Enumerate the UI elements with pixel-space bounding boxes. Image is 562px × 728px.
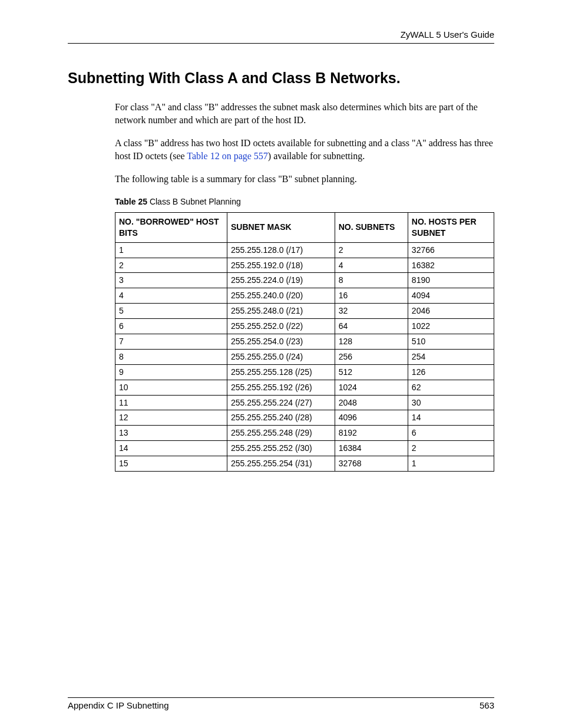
th-mask: SUBNET MASK [227,212,335,242]
cell-hosts: 1022 [408,319,494,334]
cell-mask: 255.255.255.254 (/31) [227,456,335,472]
table-row: 2255.255.192.0 (/18)416382 [115,258,494,273]
cell-hosts: 126 [408,364,494,380]
cell-subnets: 512 [335,364,408,380]
cell-bits: 11 [115,395,227,410]
bottom-rule [68,697,494,698]
table-row: 5255.255.248.0 (/21)322046 [115,304,494,319]
cell-mask: 255.255.255.252 (/30) [227,441,335,456]
cell-hosts: 2 [408,441,494,456]
cell-mask: 255.255.255.0 (/24) [227,349,335,364]
cell-subnets: 4 [335,258,408,273]
cell-mask: 255.255.224.0 (/19) [227,273,335,288]
cell-subnets: 2048 [335,395,408,410]
cell-subnets: 16 [335,288,408,304]
table-caption-text: Class B Subnet Planning [147,197,241,206]
cell-subnets: 1024 [335,380,408,395]
cross-reference-link[interactable]: Table 12 on page 557 [187,151,268,161]
cell-mask: 255.255.128.0 (/17) [227,242,335,258]
cell-bits: 4 [115,288,227,304]
top-rule [68,43,494,44]
cell-hosts: 1 [408,456,494,472]
table-row: 8255.255.255.0 (/24)256254 [115,349,494,364]
section-title: Subnetting With Class A and Class B Netw… [68,70,494,87]
paragraph-1: For class "A" and class "B" addresses th… [115,101,494,126]
table-header-row: NO. "BORROWED" HOST BITS SUBNET MASK NO.… [115,212,494,242]
cell-subnets: 32768 [335,456,408,472]
footer-area: Appendix C IP Subnetting 563 [68,697,494,710]
table-row: 1255.255.128.0 (/17)232766 [115,242,494,258]
cell-bits: 3 [115,273,227,288]
table-caption-label: Table 25 [115,197,147,206]
table-row: 3255.255.224.0 (/19)88190 [115,273,494,288]
cell-bits: 6 [115,319,227,334]
cell-mask: 255.255.255.248 (/29) [227,426,335,441]
table-row: 7255.255.254.0 (/23)128510 [115,334,494,349]
cell-subnets: 16384 [335,441,408,456]
header-area: ZyWALL 5 User's Guide [68,29,494,48]
cell-bits: 2 [115,258,227,273]
cell-mask: 255.255.255.128 (/25) [227,364,335,380]
cell-subnets: 256 [335,349,408,364]
cell-mask: 255.255.240.0 (/20) [227,288,335,304]
cell-subnets: 4096 [335,410,408,426]
cell-subnets: 2 [335,242,408,258]
cell-bits: 14 [115,441,227,456]
subnet-table: NO. "BORROWED" HOST BITS SUBNET MASK NO.… [115,212,494,472]
cell-hosts: 62 [408,380,494,395]
paragraph-2: A class "B" address has two host ID octe… [115,137,494,162]
table-caption: Table 25 Class B Subnet Planning [115,196,494,207]
footer-page-number: 563 [480,700,494,710]
paragraph-3: The following table is a summary for cla… [115,173,494,186]
cell-bits: 7 [115,334,227,349]
doc-guide-title: ZyWALL 5 User's Guide [68,29,494,39]
cell-hosts: 30 [408,395,494,410]
cell-bits: 1 [115,242,227,258]
table-row: 11255.255.255.224 (/27)204830 [115,395,494,410]
table-row: 13255.255.255.248 (/29)81926 [115,426,494,441]
cell-bits: 13 [115,426,227,441]
cell-hosts: 2046 [408,304,494,319]
cell-hosts: 32766 [408,242,494,258]
table-row: 14255.255.255.252 (/30)163842 [115,441,494,456]
cell-bits: 9 [115,364,227,380]
cell-mask: 255.255.255.224 (/27) [227,395,335,410]
cell-subnets: 32 [335,304,408,319]
table-row: 15255.255.255.254 (/31)327681 [115,456,494,472]
cell-bits: 15 [115,456,227,472]
th-subnets: NO. SUBNETS [335,212,408,242]
table-row: 6255.255.252.0 (/22)641022 [115,319,494,334]
cell-subnets: 64 [335,319,408,334]
spacer [68,472,494,697]
cell-bits: 12 [115,410,227,426]
cell-subnets: 8192 [335,426,408,441]
cell-mask: 255.255.255.192 (/26) [227,380,335,395]
footer-left: Appendix C IP Subnetting [68,700,169,710]
table-row: 10255.255.255.192 (/26)102462 [115,380,494,395]
para2-post: ) available for subnetting. [268,151,365,161]
cell-mask: 255.255.254.0 (/23) [227,334,335,349]
cell-hosts: 16382 [408,258,494,273]
cell-subnets: 128 [335,334,408,349]
cell-mask: 255.255.252.0 (/22) [227,319,335,334]
page: ZyWALL 5 User's Guide Subnetting With Cl… [0,0,562,728]
table-row: 4255.255.240.0 (/20)164094 [115,288,494,304]
cell-mask: 255.255.248.0 (/21) [227,304,335,319]
cell-bits: 5 [115,304,227,319]
th-bits: NO. "BORROWED" HOST BITS [115,212,227,242]
table-row: 12255.255.255.240 (/28)409614 [115,410,494,426]
cell-mask: 255.255.255.240 (/28) [227,410,335,426]
cell-hosts: 4094 [408,288,494,304]
cell-subnets: 8 [335,273,408,288]
th-hosts: NO. HOSTS PER SUBNET [408,212,494,242]
cell-mask: 255.255.192.0 (/18) [227,258,335,273]
cell-bits: 8 [115,349,227,364]
cell-hosts: 254 [408,349,494,364]
cell-hosts: 510 [408,334,494,349]
body-content: For class "A" and class "B" addresses th… [115,101,494,472]
cell-hosts: 14 [408,410,494,426]
cell-bits: 10 [115,380,227,395]
table-row: 9255.255.255.128 (/25)512126 [115,364,494,380]
cell-hosts: 6 [408,426,494,441]
cell-hosts: 8190 [408,273,494,288]
